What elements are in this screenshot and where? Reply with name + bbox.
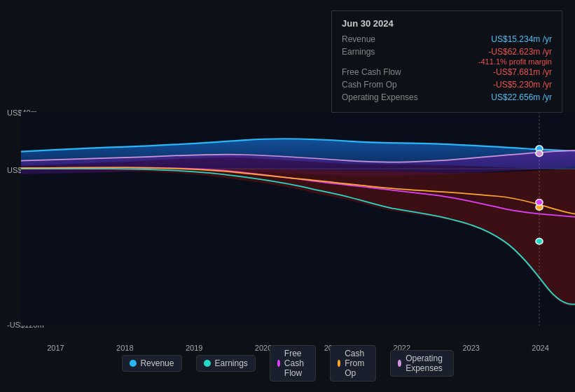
legend-label-earnings: Earnings [214, 358, 247, 368]
legend-dot-cfo [338, 360, 340, 367]
legend-dot-revenue [129, 360, 136, 367]
legend-dot-opex [398, 360, 401, 367]
tooltip-fcf-label: Free Cash Flow [342, 67, 419, 77]
tooltip-earnings-value: -US$62.623m /yr [488, 47, 552, 57]
tooltip-cfo-value: -US$5.230m /yr [493, 80, 552, 90]
tooltip-cfo-label: Cash From Op [342, 80, 419, 90]
legend-dot-earnings [203, 360, 210, 367]
tooltip-revenue-label: Revenue [342, 34, 419, 44]
legend-fcf[interactable]: Free Cash Flow [270, 345, 316, 382]
tooltip-cfo-row: Cash From Op -US$5.230m /yr [342, 80, 552, 90]
tooltip-opex-row: Operating Expenses US$22.656m /yr [342, 92, 552, 102]
svg-point-7 [536, 200, 543, 206]
tooltip-earnings-row: Earnings -US$62.623m /yr [342, 47, 552, 57]
tooltip-date: Jun 30 2024 [342, 18, 552, 29]
legend-cfo[interactable]: Cash From Op [330, 345, 376, 382]
tooltip-fcf-row: Free Cash Flow -US$7.681m /yr [342, 67, 552, 77]
tooltip-profit-margin: -411.1% profit margin [342, 57, 552, 66]
legend-earnings[interactable]: Earnings [195, 355, 255, 372]
x-label-2024: 2024 [532, 344, 548, 352]
legend-revenue[interactable]: Revenue [121, 355, 181, 372]
legend: Revenue Earnings Free Cash Flow Cash Fro… [121, 345, 453, 382]
chart-svg [0, 112, 575, 326]
svg-point-5 [536, 238, 543, 244]
tooltip-revenue-value: US$15.234m /yr [491, 34, 552, 44]
x-label-2023: 2023 [462, 344, 479, 352]
svg-point-4 [536, 150, 543, 157]
x-label-2017: 2017 [47, 344, 64, 352]
legend-dot-fcf [277, 360, 280, 367]
tooltip-panel: Jun 30 2024 Revenue US$15.234m /yr Earni… [331, 10, 562, 113]
tooltip-opex-value: US$22.656m /yr [491, 92, 552, 102]
tooltip-opex-label: Operating Expenses [342, 92, 419, 102]
legend-label-cfo: Cash From Op [345, 349, 368, 378]
legend-opex[interactable]: Operating Expenses [390, 350, 454, 377]
tooltip-revenue-row: Revenue US$15.234m /yr [342, 34, 552, 44]
legend-label-fcf: Free Cash Flow [284, 349, 308, 378]
legend-label-revenue: Revenue [140, 358, 174, 368]
legend-label-opex: Operating Expenses [406, 354, 445, 373]
tooltip-fcf-value: -US$7.681m /yr [493, 67, 552, 77]
tooltip-earnings-label: Earnings [342, 47, 419, 57]
